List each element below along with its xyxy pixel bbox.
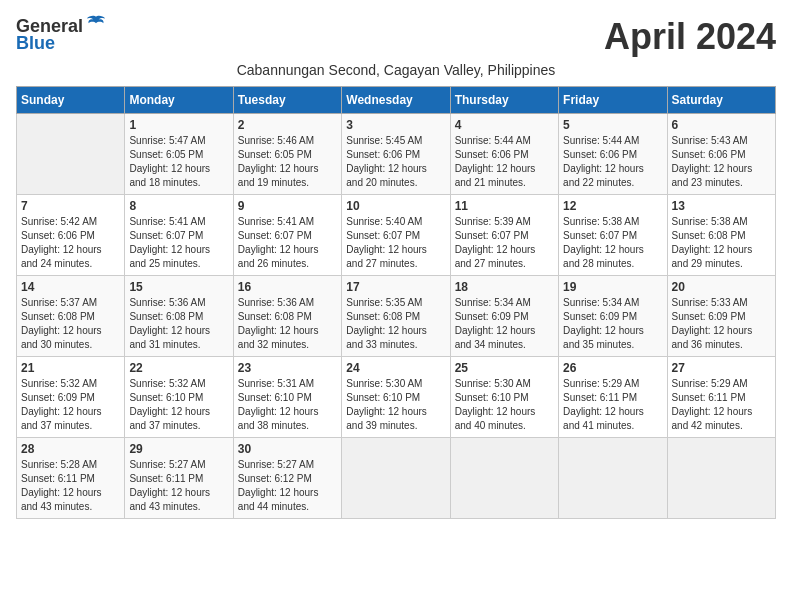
day-info: Sunrise: 5:41 AMSunset: 6:07 PMDaylight:… (238, 215, 337, 271)
calendar-cell: 16Sunrise: 5:36 AMSunset: 6:08 PMDayligh… (233, 276, 341, 357)
calendar-cell: 9Sunrise: 5:41 AMSunset: 6:07 PMDaylight… (233, 195, 341, 276)
day-number: 14 (21, 280, 120, 294)
calendar-cell: 12Sunrise: 5:38 AMSunset: 6:07 PMDayligh… (559, 195, 667, 276)
month-title: April 2024 (604, 16, 776, 58)
day-number: 18 (455, 280, 554, 294)
calendar-cell: 17Sunrise: 5:35 AMSunset: 6:08 PMDayligh… (342, 276, 450, 357)
day-info: Sunrise: 5:38 AMSunset: 6:07 PMDaylight:… (563, 215, 662, 271)
calendar-cell: 20Sunrise: 5:33 AMSunset: 6:09 PMDayligh… (667, 276, 775, 357)
day-number: 3 (346, 118, 445, 132)
day-info: Sunrise: 5:29 AMSunset: 6:11 PMDaylight:… (563, 377, 662, 433)
header-monday: Monday (125, 87, 233, 114)
day-info: Sunrise: 5:41 AMSunset: 6:07 PMDaylight:… (129, 215, 228, 271)
day-number: 4 (455, 118, 554, 132)
calendar-cell: 22Sunrise: 5:32 AMSunset: 6:10 PMDayligh… (125, 357, 233, 438)
calendar-cell: 25Sunrise: 5:30 AMSunset: 6:10 PMDayligh… (450, 357, 558, 438)
day-number: 20 (672, 280, 771, 294)
header-sunday: Sunday (17, 87, 125, 114)
day-number: 30 (238, 442, 337, 456)
calendar-cell: 30Sunrise: 5:27 AMSunset: 6:12 PMDayligh… (233, 438, 341, 519)
calendar-week-2: 7Sunrise: 5:42 AMSunset: 6:06 PMDaylight… (17, 195, 776, 276)
day-info: Sunrise: 5:46 AMSunset: 6:05 PMDaylight:… (238, 134, 337, 190)
day-info: Sunrise: 5:47 AMSunset: 6:05 PMDaylight:… (129, 134, 228, 190)
calendar-cell: 28Sunrise: 5:28 AMSunset: 6:11 PMDayligh… (17, 438, 125, 519)
calendar-cell: 29Sunrise: 5:27 AMSunset: 6:11 PMDayligh… (125, 438, 233, 519)
day-info: Sunrise: 5:36 AMSunset: 6:08 PMDaylight:… (129, 296, 228, 352)
day-number: 6 (672, 118, 771, 132)
calendar-week-4: 21Sunrise: 5:32 AMSunset: 6:09 PMDayligh… (17, 357, 776, 438)
calendar-table: SundayMondayTuesdayWednesdayThursdayFrid… (16, 86, 776, 519)
day-info: Sunrise: 5:30 AMSunset: 6:10 PMDaylight:… (455, 377, 554, 433)
day-info: Sunrise: 5:32 AMSunset: 6:09 PMDaylight:… (21, 377, 120, 433)
calendar-header: SundayMondayTuesdayWednesdayThursdayFrid… (17, 87, 776, 114)
day-info: Sunrise: 5:28 AMSunset: 6:11 PMDaylight:… (21, 458, 120, 514)
day-number: 24 (346, 361, 445, 375)
day-number: 7 (21, 199, 120, 213)
calendar-cell: 21Sunrise: 5:32 AMSunset: 6:09 PMDayligh… (17, 357, 125, 438)
calendar-week-1: 1Sunrise: 5:47 AMSunset: 6:05 PMDaylight… (17, 114, 776, 195)
day-info: Sunrise: 5:31 AMSunset: 6:10 PMDaylight:… (238, 377, 337, 433)
calendar-cell (17, 114, 125, 195)
calendar-cell: 27Sunrise: 5:29 AMSunset: 6:11 PMDayligh… (667, 357, 775, 438)
day-number: 23 (238, 361, 337, 375)
day-info: Sunrise: 5:35 AMSunset: 6:08 PMDaylight:… (346, 296, 445, 352)
header-thursday: Thursday (450, 87, 558, 114)
calendar-cell: 8Sunrise: 5:41 AMSunset: 6:07 PMDaylight… (125, 195, 233, 276)
day-number: 22 (129, 361, 228, 375)
day-info: Sunrise: 5:34 AMSunset: 6:09 PMDaylight:… (455, 296, 554, 352)
day-number: 29 (129, 442, 228, 456)
calendar-cell: 24Sunrise: 5:30 AMSunset: 6:10 PMDayligh… (342, 357, 450, 438)
day-info: Sunrise: 5:44 AMSunset: 6:06 PMDaylight:… (455, 134, 554, 190)
calendar-cell: 13Sunrise: 5:38 AMSunset: 6:08 PMDayligh… (667, 195, 775, 276)
logo-blue: Blue (16, 33, 55, 54)
day-info: Sunrise: 5:37 AMSunset: 6:08 PMDaylight:… (21, 296, 120, 352)
day-number: 9 (238, 199, 337, 213)
day-number: 1 (129, 118, 228, 132)
day-number: 5 (563, 118, 662, 132)
day-number: 26 (563, 361, 662, 375)
calendar-cell: 18Sunrise: 5:34 AMSunset: 6:09 PMDayligh… (450, 276, 558, 357)
day-info: Sunrise: 5:36 AMSunset: 6:08 PMDaylight:… (238, 296, 337, 352)
calendar-cell: 19Sunrise: 5:34 AMSunset: 6:09 PMDayligh… (559, 276, 667, 357)
header-friday: Friday (559, 87, 667, 114)
day-info: Sunrise: 5:43 AMSunset: 6:06 PMDaylight:… (672, 134, 771, 190)
calendar-cell: 26Sunrise: 5:29 AMSunset: 6:11 PMDayligh… (559, 357, 667, 438)
logo-bird-icon (85, 14, 107, 36)
day-info: Sunrise: 5:33 AMSunset: 6:09 PMDaylight:… (672, 296, 771, 352)
logo: General Blue (16, 16, 107, 54)
calendar-week-3: 14Sunrise: 5:37 AMSunset: 6:08 PMDayligh… (17, 276, 776, 357)
day-info: Sunrise: 5:39 AMSunset: 6:07 PMDaylight:… (455, 215, 554, 271)
calendar-cell: 23Sunrise: 5:31 AMSunset: 6:10 PMDayligh… (233, 357, 341, 438)
day-number: 25 (455, 361, 554, 375)
day-number: 28 (21, 442, 120, 456)
calendar-cell: 4Sunrise: 5:44 AMSunset: 6:06 PMDaylight… (450, 114, 558, 195)
day-info: Sunrise: 5:40 AMSunset: 6:07 PMDaylight:… (346, 215, 445, 271)
calendar-cell: 10Sunrise: 5:40 AMSunset: 6:07 PMDayligh… (342, 195, 450, 276)
day-number: 2 (238, 118, 337, 132)
subtitle: Cabannungan Second, Cagayan Valley, Phil… (16, 62, 776, 78)
calendar-cell: 1Sunrise: 5:47 AMSunset: 6:05 PMDaylight… (125, 114, 233, 195)
day-number: 19 (563, 280, 662, 294)
calendar-cell (342, 438, 450, 519)
day-number: 15 (129, 280, 228, 294)
day-number: 8 (129, 199, 228, 213)
day-info: Sunrise: 5:30 AMSunset: 6:10 PMDaylight:… (346, 377, 445, 433)
calendar-cell (450, 438, 558, 519)
day-number: 11 (455, 199, 554, 213)
day-info: Sunrise: 5:45 AMSunset: 6:06 PMDaylight:… (346, 134, 445, 190)
calendar-cell: 5Sunrise: 5:44 AMSunset: 6:06 PMDaylight… (559, 114, 667, 195)
calendar-cell: 11Sunrise: 5:39 AMSunset: 6:07 PMDayligh… (450, 195, 558, 276)
day-info: Sunrise: 5:29 AMSunset: 6:11 PMDaylight:… (672, 377, 771, 433)
header-tuesday: Tuesday (233, 87, 341, 114)
day-number: 27 (672, 361, 771, 375)
calendar-cell (559, 438, 667, 519)
day-info: Sunrise: 5:27 AMSunset: 6:12 PMDaylight:… (238, 458, 337, 514)
day-number: 21 (21, 361, 120, 375)
day-number: 12 (563, 199, 662, 213)
calendar-cell: 2Sunrise: 5:46 AMSunset: 6:05 PMDaylight… (233, 114, 341, 195)
day-info: Sunrise: 5:27 AMSunset: 6:11 PMDaylight:… (129, 458, 228, 514)
calendar-cell: 15Sunrise: 5:36 AMSunset: 6:08 PMDayligh… (125, 276, 233, 357)
day-info: Sunrise: 5:42 AMSunset: 6:06 PMDaylight:… (21, 215, 120, 271)
header-wednesday: Wednesday (342, 87, 450, 114)
header-saturday: Saturday (667, 87, 775, 114)
